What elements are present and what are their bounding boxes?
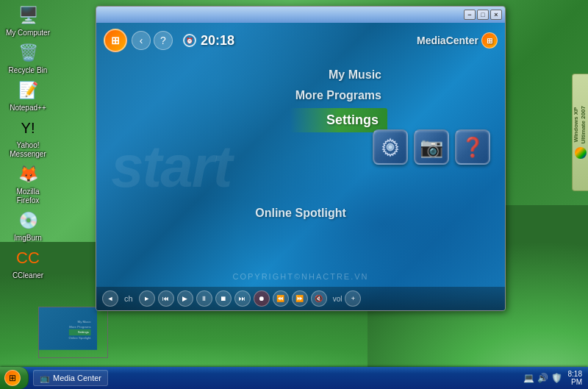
desktop-icon-ccleaner[interactable]: CC CCleaner [6,246,50,280]
settings-camera-button[interactable]: 📷 [414,129,449,165]
desktop-icon-recycle-bin[interactable]: 🗑️ Recycle Bin [6,41,50,75]
transport-next-ch[interactable]: ► [139,290,155,307]
transport-vol-up[interactable]: + [345,290,361,307]
menu-item-my-music[interactable]: My Music [290,67,387,83]
menu-item-online-spotlight[interactable]: Online Spotlight [255,207,346,220]
tray-time: 8:18 [568,370,582,378]
desktop-icon-my-computer[interactable]: 🖥️ My Computer [6,4,50,38]
taskbar: ⊞ 📺 Media Center 💻 🔊 🛡️ 8:18 PM [0,367,588,389]
transport-vol-label: vol [333,295,343,303]
transport-mute[interactable]: 🔇 [311,290,327,307]
xp-banner[interactable]: Windows XPUltimate 2007 [572,74,588,191]
window-titlebar: − □ × [96,7,505,23]
transport-ff[interactable]: ⏭ [234,290,251,307]
xp-banner-text: Windows XPUltimate 2007 [573,106,588,144]
transport-record[interactable]: ⏺ [254,290,270,307]
yahoo-messenger-icon: Y! [16,116,40,140]
menu-item-more-programs[interactable]: More Programs [290,88,387,104]
mc-time-text: 20:18 [201,33,234,49]
desktop-icons-container: 🖥️ My Computer 🗑️ Recycle Bin 📝 Notepad+… [6,4,50,280]
taskbar-tray: 💻 🔊 🛡️ 8:18 PM [523,370,588,386]
tray-volume-icon[interactable]: 🔊 [537,372,549,384]
settings-gear-button[interactable] [373,129,408,165]
recycle-bin-icon: 🗑️ [16,41,40,65]
ccleaner-icon: CC [16,246,40,270]
transport-play[interactable]: ▶ [177,290,193,307]
tray-time-period: PM [568,378,582,386]
taskbar-item-media-center[interactable]: 📺 Media Center [33,370,108,386]
imgburn-icon: 💿 [16,209,40,232]
tray-clock[interactable]: 8:18 PM [565,370,585,386]
desktop-icon-firefox[interactable]: 🦊 Mozilla Firefox [6,163,50,205]
taskbar-item-label: Media Center [53,374,101,382]
copyright-text: COPYRIGHT©NHACTRE.VN [232,272,368,281]
mc-logo-icon[interactable]: ⊞ [104,29,127,52]
mc-topbar: ⊞ ‹ ? ⏰ 20:18 MediaCenter ⊞ [96,23,505,58]
start-button[interactable]: ⊞ [0,367,29,389]
mc-menu: My Music More Programs Settings [290,67,387,132]
notepad-label: Notepad++ [10,104,46,113]
notepad-icon: 📝 [16,79,40,102]
imgburn-label: ImgBurn [14,234,42,243]
mc-brand-text: MediaCenter [417,35,478,46]
mc-brand-logo-icon: ⊞ [481,32,498,49]
my-computer-label: My Computer [6,29,50,38]
mc-help-button[interactable]: ? [154,31,173,50]
close-button[interactable]: × [490,10,502,20]
minimize-button[interactable]: − [464,10,476,20]
transport-ch-label: ch [124,294,133,303]
ccleaner-label: CCleaner [12,271,43,280]
mc-time-display: ⏰ 20:18 [183,33,234,49]
window-controls: − □ × [464,10,502,20]
taskbar-item-icon: 📺 [40,374,50,383]
settings-icons-row: 📷 ❓ [373,129,490,165]
tray-security-icon[interactable]: 🛡️ [551,372,563,384]
transport-pause[interactable]: ⏸ [196,290,212,307]
tray-network-icon[interactable]: 💻 [523,372,535,384]
mc-thumbnail-content: My Music More Programs Settings Online S… [39,307,97,350]
start-watermark: start [111,133,231,201]
settings-help-button[interactable]: ❓ [455,129,490,165]
mc-transport-bar: ◄ ch ► ⏮ ▶ ⏸ ⏹ ⏭ ⏺ ⏪ ⏩ 🔇 vol + [96,287,505,310]
mc-time-icon: ⏰ [183,34,196,47]
desktop-icon-imgburn[interactable]: 💿 ImgBurn [6,209,50,243]
transport-rewind[interactable]: ⏮ [158,290,174,307]
start-orb-icon: ⊞ [4,370,21,386]
svg-point-2 [389,146,392,149]
mc-thumbnail[interactable]: My Music More Programs Settings Online S… [38,307,108,358]
desktop-icon-notepad[interactable]: 📝 Notepad++ [6,79,50,113]
desktop: 🖥️ My Computer 🗑️ Recycle Bin 📝 Notepad+… [0,0,588,389]
yahoo-messenger-label: Yahoo! Messenger [6,141,50,159]
transport-skip-back[interactable]: ⏪ [273,290,289,307]
media-center-window: − □ × ⊞ ‹ ? ⏰ 20:18 MediaCenter [96,6,506,311]
media-center-content: ⊞ ‹ ? ⏰ 20:18 MediaCenter ⊞ start [96,23,505,310]
firefox-label: Mozilla Firefox [6,188,50,205]
transport-stop[interactable]: ⏹ [215,290,232,307]
my-computer-icon: 🖥️ [16,4,40,27]
firefox-icon: 🦊 [16,163,40,186]
transport-skip-fwd[interactable]: ⏩ [292,290,308,307]
xp-banner-logo-icon [575,147,587,159]
recycle-bin-label: Recycle Bin [9,66,48,75]
transport-prev-ch[interactable]: ◄ [102,290,118,307]
mc-back-button[interactable]: ‹ [132,31,151,50]
desktop-icon-yahoo-messenger[interactable]: Y! Yahoo! Messenger [6,116,50,159]
mc-brand: MediaCenter ⊞ [417,32,498,49]
maximize-button[interactable]: □ [477,10,489,20]
